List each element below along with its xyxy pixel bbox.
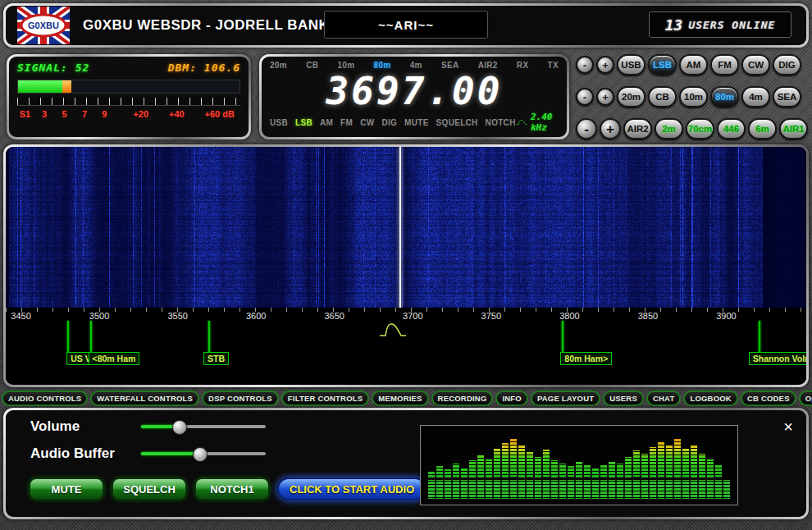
band-indicator-tx[interactable]: TX (548, 61, 559, 70)
mode-indicator-cw[interactable]: CW (360, 118, 374, 127)
band-button-20m[interactable]: 20m (617, 86, 645, 107)
volume-slider-handle[interactable] (172, 420, 187, 435)
band-button-air2[interactable]: AIR2 (623, 118, 652, 139)
eq-bar-23 (617, 464, 623, 477)
passband-filter-icon[interactable] (379, 322, 407, 337)
signal-scale-label-9: 9 (102, 109, 107, 119)
band-button-fm[interactable]: FM (710, 54, 739, 75)
mode-indicator-fm[interactable]: FM (340, 118, 353, 127)
spectrum-baseline (428, 480, 730, 499)
band-button-grid: -+USBLSBAMFMCWDIG-+20mCB10m80m4mSEA-+AIR… (576, 54, 810, 139)
frequency-scale-label-3500: 3500 (89, 311, 109, 321)
dbm-value: 106.6 (204, 62, 240, 74)
step-up-button-row2[interactable]: + (596, 88, 614, 106)
volume-slider[interactable] (141, 420, 266, 433)
band-indicator-rx[interactable]: RX (517, 61, 529, 70)
band-button-80m[interactable]: 80m (710, 86, 739, 107)
band-button-air1[interactable]: AIR1 (779, 118, 808, 139)
mode-indicator-usb[interactable]: USB (270, 118, 288, 127)
step-down-button-row2[interactable]: - (576, 88, 594, 106)
signal-readout: SIGNAL: 52 (17, 62, 89, 74)
band-button-4m[interactable]: 4m (741, 86, 770, 107)
band-grid-row-3: -+AIR22m70cm4466mAIR1 (576, 118, 810, 139)
band-button-dig[interactable]: DIG (773, 54, 801, 75)
band-marker-line-shannon-volme (759, 321, 760, 352)
waterfall-canvas[interactable] (6, 147, 806, 308)
band-indicator-cb[interactable]: CB (306, 61, 318, 70)
tab-audio-controls[interactable]: AUDIO CONTROLS (2, 391, 88, 406)
tab-dsp-controls[interactable]: DSP CONTROLS (202, 391, 279, 406)
band-button-10m[interactable]: 10m (679, 86, 708, 107)
signal-strength-bar (17, 80, 240, 94)
band-button-70cm[interactable]: 70cm (686, 118, 714, 139)
mode-indicator-dig[interactable]: DIG (381, 118, 397, 127)
eq-bar-9 (502, 443, 509, 477)
tab-waterfall-controls[interactable]: WATERFALL CONTROLS (90, 391, 199, 406)
page-title: G0XBU WEBSDR - JODRELL BANK (83, 17, 329, 34)
mode-indicator-squelch[interactable]: SQUELCH (436, 118, 478, 127)
band-button-2m[interactable]: 2m (655, 118, 683, 139)
band-marker-line-stb (208, 321, 210, 352)
eq-bar-0 (428, 471, 435, 477)
eq-bar-26 (641, 454, 648, 477)
mode-indicator-notch[interactable]: NOTCH (486, 118, 516, 127)
signal-scale-label-7: 7 (82, 109, 87, 119)
buffer-slider-fill (141, 452, 199, 455)
tab-chat[interactable]: CHAT (646, 391, 681, 406)
signal-scale-ticks (17, 98, 240, 106)
tab-logbook[interactable]: LOGBOOK (683, 391, 737, 406)
eq-bar-5 (469, 460, 476, 477)
eq-bar-29 (666, 445, 673, 477)
signal-scale-label-3: 3 (42, 109, 47, 119)
band-marker-shannon-volme[interactable]: Shannon Volme (749, 352, 806, 365)
mute-button[interactable]: MUTE (29, 477, 104, 500)
tuning-indicator-line[interactable] (399, 147, 401, 321)
band-button-cb[interactable]: CB (648, 86, 677, 107)
band-button-446[interactable]: 446 (717, 118, 746, 139)
close-icon[interactable]: × (783, 418, 793, 435)
tab-filter-controls[interactable]: FILTER CONTROLS (281, 391, 369, 406)
band-marker-80m-ham[interactable]: 80m Ham> (560, 352, 612, 365)
band-indicator-20m[interactable]: 20m (270, 61, 287, 70)
signal-meter-panel: SIGNAL: 52 DBM: 106.6 S13579+20+40+60 dB (9, 57, 249, 137)
band-button-usb[interactable]: USB (617, 54, 645, 75)
mode-indicator-lsb[interactable]: LSB (295, 118, 312, 127)
squelch-button[interactable]: SQUELCH (112, 477, 187, 500)
tab-info[interactable]: INFO (495, 391, 528, 406)
band-button-cw[interactable]: CW (741, 54, 770, 75)
mode-indicator-am[interactable]: AM (320, 118, 333, 127)
tab-openwebrx[interactable]: OpenWebRX (799, 391, 812, 406)
tab-cb-codes[interactable]: CB CODES (741, 391, 796, 406)
eq-bar-34 (707, 459, 714, 477)
band-marker-stb[interactable]: STB (203, 352, 229, 365)
frequency-readout: 3697.00 (270, 72, 559, 110)
band-grid-row-2: -+20mCB10m80m4mSEA (576, 86, 810, 107)
eq-bar-15 (551, 460, 558, 477)
tab-recording[interactable]: RECORDING (431, 391, 494, 406)
frequency-panel: 20mCB10m80m4mSEAAIR2RXTX 3697.00 USBLSBA… (262, 57, 567, 137)
tab-users[interactable]: USERS (603, 391, 644, 406)
notch1-button[interactable]: NOTCH1 (194, 477, 270, 500)
signal-label: SIGNAL: (17, 62, 68, 74)
band-marker-80m-ham[interactable]: <80m Ham (89, 352, 140, 365)
band-grid-row-1: -+USBLSBAMFMCWDIG (576, 54, 810, 75)
mode-indicator-mute[interactable]: MUTE (404, 118, 429, 127)
start-audio-button[interactable]: CLICK TO START AUDIO (277, 477, 427, 500)
buffer-slider-handle[interactable] (193, 447, 208, 462)
step-up-button-row1[interactable]: + (596, 56, 614, 74)
frequency-scale[interactable]: 3450350035503600365037003750380038503900 (6, 308, 806, 321)
step-up-button-row3[interactable]: + (600, 118, 621, 139)
banner-box: ~~ARI~~ (324, 11, 488, 39)
audio-buffer-slider[interactable] (141, 447, 266, 460)
step-down-button-row1[interactable]: - (576, 56, 594, 74)
eq-bar-3 (453, 464, 459, 477)
band-button-am[interactable]: AM (679, 54, 708, 75)
station-logo: G0XBU (17, 7, 70, 44)
tab-memories[interactable]: MEMORIES (372, 391, 428, 406)
eq-bar-8 (494, 449, 500, 477)
band-button-lsb[interactable]: LSB (648, 54, 677, 75)
step-down-button-row3[interactable]: - (576, 118, 597, 139)
tab-page-layout[interactable]: PAGE LAYOUT (531, 391, 600, 406)
band-button-6m[interactable]: 6m (748, 118, 777, 139)
band-button-sea[interactable]: SEA (773, 86, 801, 107)
